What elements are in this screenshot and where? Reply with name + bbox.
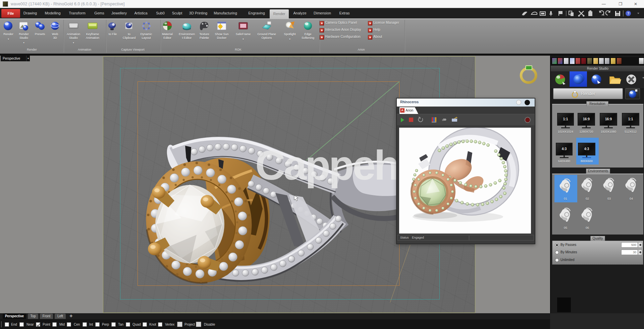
- svg-text:?: ?: [627, 11, 630, 15]
